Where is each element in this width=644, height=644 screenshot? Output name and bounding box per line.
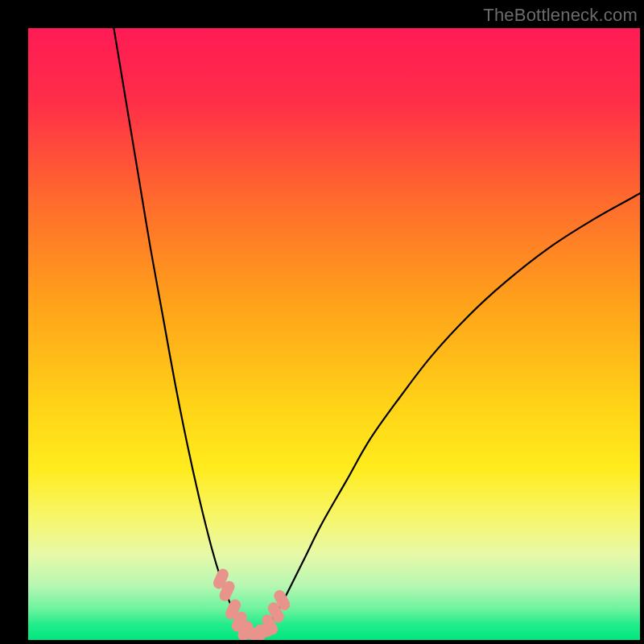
curve-layer	[28, 28, 640, 640]
watermark-text: TheBottleneck.com	[483, 5, 638, 26]
valley-markers	[219, 575, 285, 636]
valley-marker	[267, 621, 272, 630]
bottleneck-curves	[114, 28, 640, 634]
valley-marker	[237, 617, 242, 626]
valley-marker	[219, 575, 223, 584]
plot-area	[28, 28, 640, 640]
valley-marker	[231, 605, 235, 614]
valley-marker	[279, 596, 284, 605]
valley-marker	[261, 630, 267, 632]
series-left-curve	[114, 28, 245, 631]
chart-stage: TheBottleneck.com	[0, 0, 644, 644]
valley-marker	[274, 608, 279, 617]
valley-marker	[225, 587, 229, 596]
series-right-curve	[264, 193, 640, 630]
